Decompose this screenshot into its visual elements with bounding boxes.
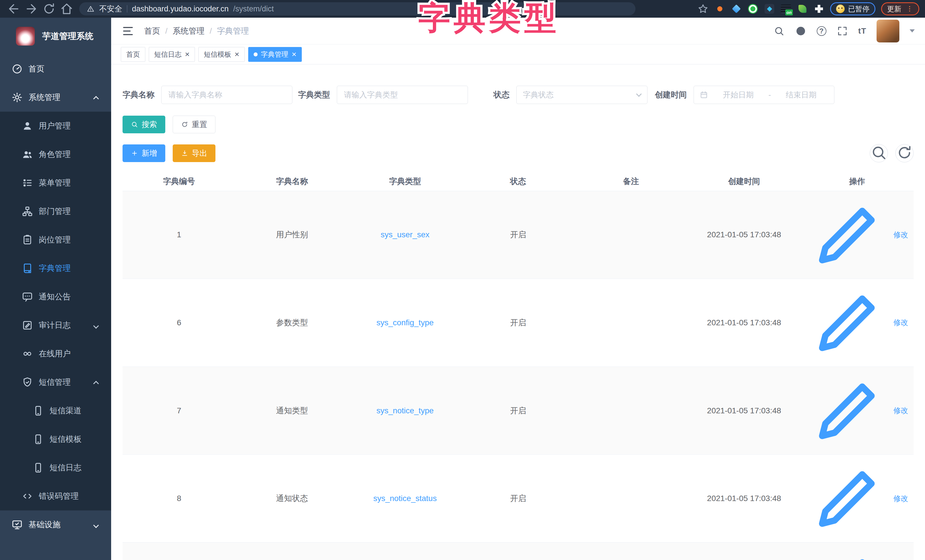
screen: 不安全 dashboard.yudao.iocoder.cn/system/di…	[0, 0, 925, 560]
browser-right-cluster: on 已暂停 更新	[697, 2, 919, 15]
table-row: 6 参数类型 sys_config_type 开启 2021-01-05 17:…	[122, 279, 914, 367]
column-header: 创建时间	[688, 172, 801, 191]
extension-green-icon[interactable]	[747, 3, 758, 14]
warning-icon	[87, 5, 95, 13]
sidebar-item[interactable]: 通知公告	[0, 283, 111, 311]
dict-type-input[interactable]	[337, 86, 468, 104]
dict-type-link[interactable]: sys_notice_status	[373, 494, 437, 503]
cell-dict-type: sys_oper_type	[348, 543, 462, 560]
add-button[interactable]: 新增	[122, 145, 165, 162]
sidebar-item[interactable]: 岗位管理	[0, 226, 111, 254]
sidebar-item[interactable]: 审计日志	[0, 311, 111, 340]
forward-icon[interactable]	[23, 2, 39, 16]
log-icon	[22, 319, 33, 331]
tree-icon	[22, 206, 33, 217]
dict-type-link[interactable]: sys_notice_type	[377, 406, 434, 415]
url-bar[interactable]: 不安全 dashboard.yudao.iocoder.cn/system/di…	[79, 2, 636, 15]
help-icon[interactable]: ?	[817, 26, 826, 36]
status-select-placeholder: 字典状态	[523, 90, 554, 100]
home-icon[interactable]	[59, 2, 75, 16]
edit-button[interactable]: 修改	[806, 455, 908, 542]
extension-puzzle-icon[interactable]	[814, 3, 824, 14]
edit-button[interactable]: 修改	[806, 367, 908, 454]
sidebar-toggle-icon[interactable]	[121, 24, 134, 38]
list-icon	[22, 177, 33, 188]
sidebar-item[interactable]: 角色管理	[0, 140, 111, 169]
github-icon[interactable]	[795, 26, 806, 37]
tab[interactable]: 短信日志 ×	[149, 47, 195, 62]
extension-leaf-icon[interactable]	[797, 3, 808, 14]
sidebar-item[interactable]: 在线用户	[0, 340, 111, 368]
sidebar-item[interactable]: 错误码管理	[0, 482, 111, 510]
edit-button[interactable]: 修改	[806, 543, 908, 560]
reset-button[interactable]: 重置	[173, 116, 215, 133]
dict-type-link[interactable]: sys_config_type	[377, 318, 434, 327]
chevron-icon	[94, 93, 98, 102]
cell-created: 2021-01-05 17:03:48	[688, 191, 801, 279]
cell-status: 开启	[462, 191, 575, 279]
sidebar-item[interactable]: 用户管理	[0, 111, 111, 140]
top-navbar: 首页 / 系统管理 / 字典管理 ?	[111, 18, 925, 44]
extension-diamond-icon[interactable]	[764, 3, 775, 14]
back-icon[interactable]	[6, 2, 22, 16]
sidebar-item[interactable]: 短信模板	[0, 425, 111, 453]
sidebar-item-label: 通知公告	[39, 291, 71, 302]
sidebar-item[interactable]: 字典管理	[0, 254, 111, 283]
tab-label: 首页	[126, 50, 140, 59]
sidebar-item-label: 字典管理	[39, 263, 71, 274]
user-avatar[interactable]	[877, 20, 899, 42]
extension-gem-icon[interactable]	[731, 3, 742, 14]
sidebar-item[interactable]: 基础设施	[0, 510, 111, 539]
bookmark-star-icon[interactable]	[697, 3, 709, 15]
tab[interactable]: 首页 ×	[121, 47, 145, 62]
sidebar-menu: 首页 系统管理 用户管理 角色管理	[0, 55, 111, 539]
dict-type-label: 字典类型	[298, 89, 330, 100]
reload-icon[interactable]	[41, 2, 57, 16]
dict-name-input[interactable]	[161, 86, 292, 104]
chevron-down-icon	[636, 91, 642, 97]
extension-on-badge-icon[interactable]: on	[780, 3, 791, 14]
fullscreen-icon[interactable]	[837, 26, 848, 37]
column-header: 字典名称	[236, 172, 349, 191]
sidebar-item-label: 短信管理	[39, 377, 71, 388]
sidebar-item[interactable]: 系统管理	[0, 83, 111, 111]
app-logo[interactable]: 芋道管理系统	[0, 18, 111, 55]
refresh-table-button[interactable]	[895, 144, 914, 163]
close-icon[interactable]: ×	[235, 50, 239, 59]
breadcrumb-item[interactable]: 字典管理	[217, 26, 249, 36]
search-icon[interactable]	[773, 26, 785, 37]
extension-orange-icon[interactable]	[714, 3, 725, 14]
tab-label: 短信模板	[204, 50, 231, 59]
sidebar-item[interactable]: 首页	[0, 55, 111, 83]
breadcrumb-item[interactable]: 系统管理 /	[173, 26, 217, 36]
export-button[interactable]: 导出	[173, 145, 215, 162]
browser-menu-dots-icon[interactable]	[906, 5, 913, 13]
paused-extension-pill[interactable]: 已暂停	[830, 2, 875, 15]
tab[interactable]: 字典管理 ×	[248, 47, 302, 62]
sidebar-item[interactable]: 短信管理	[0, 368, 111, 396]
sidebar-item[interactable]: 部门管理	[0, 197, 111, 226]
breadcrumb-item[interactable]: 首页 /	[144, 26, 173, 36]
sidebar-item[interactable]: 短信日志	[0, 453, 111, 482]
dict-type-link[interactable]: sys_user_sex	[381, 230, 429, 239]
browser-update-button[interactable]: 更新	[881, 2, 919, 15]
avatar-caret-icon[interactable]	[910, 29, 915, 33]
close-icon[interactable]: ×	[292, 50, 296, 59]
url-path: /system/dict	[233, 5, 274, 14]
sidebar-item[interactable]: 菜单管理	[0, 169, 111, 197]
date-range-picker[interactable]: 开始日期 - 结束日期	[694, 86, 835, 104]
search-button[interactable]: 搜索	[122, 116, 165, 133]
toggle-search-button[interactable]	[870, 144, 888, 163]
edit-button[interactable]: 修改	[806, 279, 908, 366]
cell-dict-type: sys_config_type	[348, 279, 462, 367]
cell-remark	[574, 279, 688, 367]
pencil-icon	[806, 455, 891, 542]
close-icon[interactable]: ×	[185, 50, 190, 59]
tab[interactable]: 短信模板 ×	[198, 47, 244, 62]
emoji-face-icon	[836, 5, 845, 13]
dashboard-icon	[11, 63, 23, 75]
status-select[interactable]: 字典状态	[516, 86, 648, 104]
sidebar-item[interactable]: 短信渠道	[0, 396, 111, 425]
font-size-icon[interactable]: tT	[858, 27, 866, 36]
edit-button[interactable]: 修改	[806, 191, 908, 278]
